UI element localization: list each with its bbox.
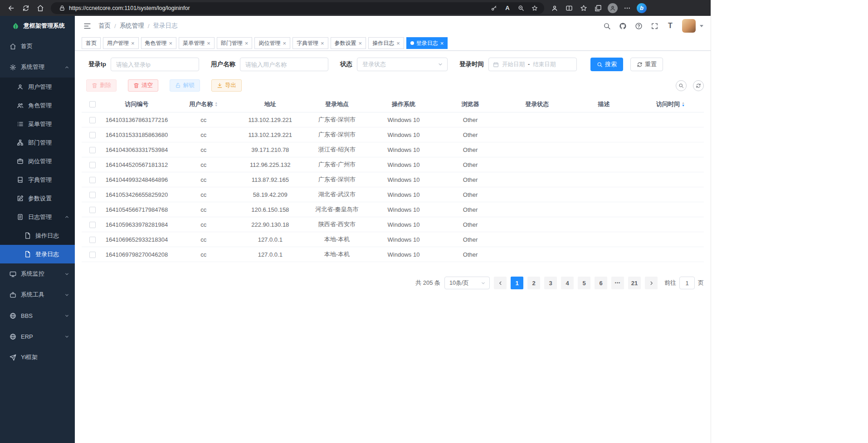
close-icon[interactable]: × <box>245 40 249 46</box>
browser-refresh-button[interactable] <box>19 2 33 15</box>
search-button[interactable]: 搜索 <box>590 58 623 71</box>
password-key-icon[interactable] <box>487 2 501 15</box>
font-size-icon[interactable]: T <box>666 22 674 30</box>
sidebar-item-user[interactable]: 用户管理 <box>0 78 75 96</box>
user-avatar[interactable] <box>682 19 696 33</box>
browser-home-button[interactable] <box>34 2 47 15</box>
toggle-search-button[interactable] <box>676 80 687 91</box>
extensions-icon[interactable] <box>548 2 561 15</box>
zoom-out-icon[interactable] <box>514 2 528 15</box>
fullscreen-icon[interactable] <box>650 22 658 30</box>
page-button-4[interactable]: 4 <box>561 277 574 289</box>
select-all-checkbox[interactable] <box>89 101 96 107</box>
sidebar-item-dict[interactable]: 字典管理 <box>0 170 75 189</box>
sidebar-item-monitor[interactable]: 系统监控 <box>0 263 75 284</box>
breadcrumb-item[interactable]: 首页 <box>98 22 111 30</box>
sidebar-item-erp[interactable]: ERP <box>0 326 75 347</box>
sort-carets-icon[interactable]: ▲▼ <box>682 102 685 107</box>
page-button-last[interactable]: 21 <box>628 277 641 289</box>
row-checkbox[interactable] <box>89 237 96 243</box>
page-button-5[interactable]: 5 <box>578 277 590 289</box>
end-date-placeholder[interactable]: 结束日期 <box>533 61 556 68</box>
favorite-star-icon[interactable] <box>528 2 541 15</box>
page-size-select[interactable]: 10条/页 <box>444 277 490 289</box>
col-os[interactable]: 操作系统 <box>370 100 437 108</box>
close-icon[interactable]: × <box>169 40 173 46</box>
row-checkbox[interactable] <box>89 162 96 168</box>
row-checkbox[interactable] <box>89 147 96 153</box>
page-button-1[interactable]: 1 <box>511 277 523 289</box>
tab-user-mgmt[interactable]: 用户管理 × <box>103 37 139 49</box>
sort-carets-icon[interactable]: ▲▼ <box>215 102 218 107</box>
page-button-6[interactable]: 6 <box>595 277 607 289</box>
tab-role-mgmt[interactable]: 角色管理 × <box>141 37 177 49</box>
tab-oper-log[interactable]: 操作日志 × <box>368 37 404 49</box>
reset-button[interactable]: 重置 <box>630 58 663 71</box>
sidebar-item-param[interactable]: 参数设置 <box>0 189 75 208</box>
next-page-button[interactable] <box>645 277 658 289</box>
tab-home[interactable]: 首页 <box>82 37 101 49</box>
sidebar-item-menu[interactable]: 菜单管理 <box>0 115 75 133</box>
site-lock-icon[interactable] <box>55 2 69 15</box>
close-icon[interactable]: × <box>359 40 362 46</box>
sidebar-item-yi[interactable]: Yi框架 <box>0 347 75 368</box>
header-search-icon[interactable] <box>603 22 611 30</box>
breadcrumb-item[interactable]: 系统管理 <box>120 22 144 30</box>
sidebar-item-log[interactable]: 日志管理 <box>0 208 75 226</box>
date-range-picker[interactable]: 开始日期 - 结束日期 <box>488 58 577 71</box>
clear-button[interactable]: 清空 <box>128 79 158 92</box>
user-name-input[interactable] <box>240 58 328 71</box>
sidebar-item-dept[interactable]: 部门管理 <box>0 133 75 152</box>
favorites-bar-icon[interactable] <box>577 2 590 15</box>
page-button-3[interactable]: 3 <box>544 277 557 289</box>
tab-post-mgmt[interactable]: 岗位管理 × <box>254 37 290 49</box>
sidebar-item-loginlog[interactable]: 登录日志 <box>0 245 75 263</box>
row-checkbox[interactable] <box>89 192 96 198</box>
tab-menu-mgmt[interactable]: 菜单管理 × <box>179 37 215 49</box>
sidebar-item-post[interactable]: 岗位管理 <box>0 152 75 170</box>
col-browser[interactable]: 浏览器 <box>437 100 504 108</box>
browser-address-bar[interactable]: https://ccnetcore.com:1101/system/log/lo… <box>51 2 544 14</box>
export-button[interactable]: 导出 <box>211 79 242 92</box>
browser-settings-menu-icon[interactable] <box>620 2 634 15</box>
col-time[interactable]: 访问时间▲▼ <box>637 100 704 108</box>
page-button-2[interactable]: 2 <box>527 277 540 289</box>
goto-page-input[interactable] <box>679 277 695 289</box>
start-date-placeholder[interactable]: 开始日期 <box>502 61 525 68</box>
sidebar-item-home[interactable]: 首页 <box>0 36 75 57</box>
close-icon[interactable]: × <box>207 40 210 46</box>
row-checkbox[interactable] <box>89 252 96 258</box>
sidebar-item-operlog[interactable]: 操作日志 <box>0 226 75 245</box>
copilot-bing-icon[interactable]: b <box>635 2 649 15</box>
unlock-button[interactable]: 解锁 <box>170 79 200 92</box>
close-icon[interactable]: × <box>283 40 286 46</box>
refresh-table-button[interactable] <box>693 80 704 91</box>
row-checkbox[interactable] <box>89 207 96 213</box>
row-checkbox[interactable] <box>89 132 96 138</box>
row-checkbox[interactable] <box>89 177 96 183</box>
row-checkbox[interactable] <box>89 117 96 123</box>
github-icon[interactable] <box>619 22 627 30</box>
help-icon[interactable] <box>634 22 643 30</box>
read-aloud-icon[interactable]: A <box>501 2 514 15</box>
row-checkbox[interactable] <box>89 222 96 228</box>
status-select[interactable]: 登录状态 <box>357 58 448 71</box>
sidebar-item-system[interactable]: 系统管理 <box>0 57 75 78</box>
split-screen-icon[interactable] <box>562 2 576 15</box>
col-address[interactable]: 地址 <box>237 100 303 108</box>
col-user-name[interactable]: 用户名称▲▼ <box>170 100 237 108</box>
more-pages-button[interactable]: ••• <box>611 277 624 289</box>
tab-dict-mgmt[interactable]: 字典管理 × <box>293 37 328 49</box>
sidebar-item-tool[interactable]: 系统工具 <box>0 284 75 305</box>
tab-dept-mgmt[interactable]: 部门管理 × <box>217 37 253 49</box>
sidebar-item-role[interactable]: 角色管理 <box>0 96 75 115</box>
prev-page-button[interactable] <box>494 277 507 289</box>
close-icon[interactable]: × <box>131 40 135 46</box>
url-text[interactable]: https://ccnetcore.com:1101/system/log/lo… <box>69 5 487 11</box>
tab-param-settings[interactable]: 参数设置 × <box>331 37 366 49</box>
sidebar-fold-icon[interactable] <box>82 21 92 31</box>
col-desc[interactable]: 描述 <box>571 100 637 108</box>
avatar-caret-down-icon[interactable] <box>700 25 703 27</box>
delete-button[interactable]: 删除 <box>86 79 117 92</box>
sidebar-item-bbs[interactable]: BBS <box>0 305 75 326</box>
